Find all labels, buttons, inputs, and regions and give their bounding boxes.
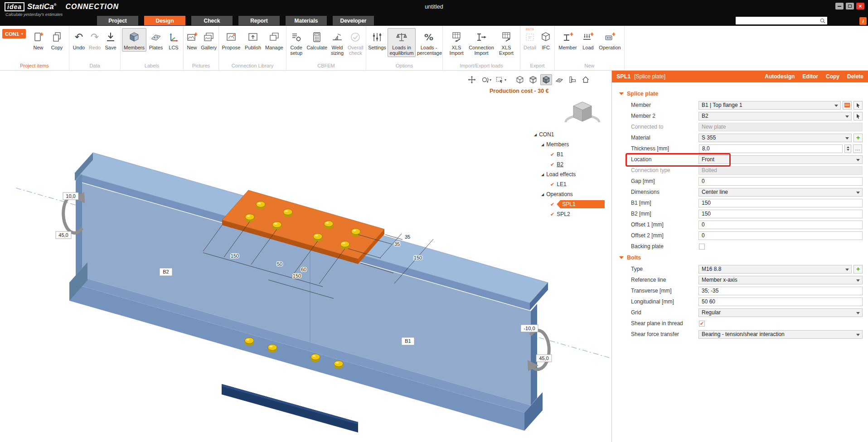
dimensions-select[interactable]: Center line [698,188,863,197]
member-select[interactable]: B1 | Top flange 1 [698,101,841,110]
tree-item-b2[interactable]: ✔ B2 [534,159,605,169]
settings-button[interactable]: Settings [367,28,387,52]
save-button[interactable]: Save [103,28,118,52]
close-button[interactable]: × [856,3,864,10]
selected-operation[interactable]: SPL1 [557,200,605,208]
tab-developer[interactable]: Developer [333,16,374,25]
orbit-button[interactable]: ▾ [479,74,493,85]
tree-item-operations[interactable]: ◢ Operations [534,189,605,199]
offset1-input[interactable]: 0 [698,221,863,229]
weld-sizing-button[interactable]: Weld sizing [329,28,346,57]
section-bolts[interactable]: Bolts [612,252,868,264]
welds-view-button[interactable] [567,74,578,85]
minimize-button[interactable] [835,3,844,10]
shear-plane-checkbox[interactable]: ✔ [699,321,705,327]
add-bolt-assembly-button[interactable]: + [853,265,863,274]
connection-import-button[interactable]: Connection Import [467,28,496,57]
tree-item-load-effects[interactable]: ◢ Load effects [534,169,605,179]
offset2-input[interactable]: 0 [698,231,863,240]
tree-item-le1[interactable]: ✔ LE1 [534,179,605,189]
tree-item-members[interactable]: ◢ Members [534,139,605,149]
b2-input[interactable]: 150 [698,210,863,218]
editor-button[interactable]: Editor [802,73,818,80]
expander-icon[interactable]: ◢ [534,133,537,137]
tree-item-spl1-selected[interactable]: ✔ SPL1 [534,199,605,209]
code-setup-button[interactable]: Code setup [287,28,305,57]
tab-design[interactable]: Design [144,16,185,25]
b1-input[interactable]: 150 [698,199,863,207]
spin-down-icon[interactable] [847,149,849,151]
transverse-input[interactable]: 35; -35 [698,287,863,295]
plate-highlight-button[interactable] [843,101,852,110]
new-member-button[interactable]: Member [557,28,579,52]
grid-select[interactable]: Regular [698,308,863,317]
expander-icon[interactable]: ◢ [541,173,544,177]
reference-line-select[interactable]: Member x-axis [698,276,863,284]
tab-project[interactable]: Project [97,16,138,25]
undo-button[interactable]: ↶ Undo [71,28,87,52]
labels-members-button[interactable]: Members [122,28,146,52]
member2-select[interactable]: B2 [698,112,852,120]
plates-view-button[interactable] [553,74,565,85]
section-splice-plate[interactable]: Splice plate [612,88,868,100]
export-ifc-button[interactable]: IFC [538,28,553,52]
connection-selector[interactable]: CON1▾ [2,29,26,38]
autodesign-button[interactable]: Autodesign [765,73,795,80]
backing-plate-checkbox[interactable] [699,244,705,250]
pick-in-scene-button[interactable] [853,112,863,120]
labels-lcs-button[interactable]: LCS [165,28,182,52]
new-operation-button[interactable]: Operation [598,28,622,52]
checked-icon[interactable]: ✔ [550,182,554,187]
library-propose-button[interactable]: Propose [220,28,242,52]
home-view-button[interactable] [580,74,592,85]
xls-import-button[interactable]: XLS Import [446,28,466,57]
info-button[interactable]: i [859,17,867,25]
gap-input[interactable]: 0 [698,177,863,186]
picture-gallery-button[interactable]: Gallery [200,28,218,52]
3d-viewport[interactable]: 150 50 60 150 35 35 150 10,0 45,0 -10,0 … [0,71,611,442]
tree-item-spl2[interactable]: ✔ SPL2 [534,209,605,219]
calculate-button[interactable]: Calculate [305,28,328,52]
tree-item-b1[interactable]: ✔ B1 [534,149,605,159]
copy-operation-button[interactable]: Copy [826,73,839,80]
marquee-select-button[interactable]: ▾ [494,74,508,85]
copy-project-item-button[interactable]: Copy [48,28,66,52]
view-cube[interactable] [561,96,604,130]
library-manage-button[interactable]: Manage [264,28,285,52]
bolt-type-select[interactable]: M16 8.8 [698,265,852,274]
pick-in-scene-button[interactable] [853,101,863,110]
maximize-button[interactable] [846,3,854,10]
fit-view-button[interactable] [466,74,478,85]
loads-percentage-button[interactable]: % Loads - percentage [416,28,441,57]
thickness-more-button[interactable]: … [853,144,862,153]
tab-check[interactable]: Check [191,16,233,25]
expander-icon[interactable]: ◢ [541,192,544,197]
new-project-item-button[interactable]: New [29,28,48,52]
transparent-view-button[interactable] [527,74,539,85]
spin-up-icon[interactable] [847,146,849,148]
expander-icon[interactable]: ◢ [541,143,544,147]
search-box[interactable] [736,17,827,24]
thickness-spinner[interactable] [844,144,851,153]
delete-operation-button[interactable]: Delete [847,73,863,80]
checked-icon[interactable]: ✔ [550,162,554,167]
solid-view-button[interactable] [540,74,552,85]
search-input[interactable] [736,18,820,24]
wireframe-view-button[interactable] [514,74,526,85]
loads-in-equilibrium-button[interactable]: Loads in equilibrium [388,28,416,57]
shear-force-transfer-select[interactable]: Bearing - tension/shear interaction [698,330,863,339]
tab-report[interactable]: Report [238,16,280,25]
location-select[interactable]: Front [698,155,863,164]
labels-plates-button[interactable]: Plates [147,28,165,52]
thickness-input[interactable]: 8,0 [699,144,843,153]
tab-materials[interactable]: Materials [286,16,327,25]
checked-icon[interactable]: ✔ [550,202,554,207]
longitudinal-input[interactable]: 50 60 [698,298,863,306]
checked-icon[interactable]: ✔ [550,152,554,157]
xls-export-button[interactable]: XLS Export [496,28,516,57]
tree-item-con1[interactable]: ◢ CON1 [534,130,605,139]
checked-icon[interactable]: ✔ [550,212,554,217]
picture-new-button[interactable]: New [184,28,199,52]
new-load-button[interactable]: Load [579,28,597,52]
add-material-button[interactable]: + [853,134,863,142]
